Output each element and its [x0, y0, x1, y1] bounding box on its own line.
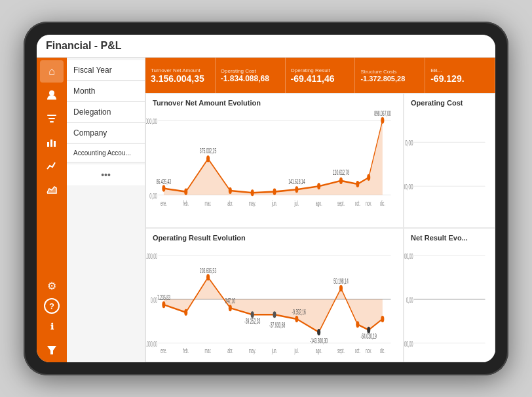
svg-text:mar.: mar. — [205, 347, 212, 354]
opcost-chart-panel: Operating Cost 0,00 -500.000,00 — [404, 93, 495, 228]
chart-bar-icon[interactable] — [40, 131, 64, 153]
app-title: Financial - P&L — [46, 40, 122, 51]
svg-text:ene.: ene. — [161, 347, 167, 354]
svg-text:oct.: oct. — [355, 347, 360, 354]
svg-text:ago.: ago. — [316, 347, 322, 354]
svg-text:141.618,14: 141.618,14 — [288, 178, 305, 185]
home-icon[interactable]: ⌂ — [40, 60, 64, 83]
content-area: Turnover Net Amount 3.156.004,35 Operati… — [145, 58, 495, 362]
kpi-turnover[interactable]: Turnover Net Amount 3.156.004,35 — [145, 58, 216, 93]
kpi-opresult[interactable]: Operating Result -69.411,46 — [286, 58, 356, 93]
svg-text:375.002,25: 375.002,25 — [200, 147, 217, 155]
svg-marker-12 — [164, 121, 383, 195]
kpi-opresult-value: -69.411,46 — [291, 73, 350, 84]
svg-point-13 — [162, 185, 165, 192]
svg-text:0,00: 0,00 — [151, 296, 157, 303]
svg-point-23 — [367, 174, 370, 181]
chart-area-icon[interactable] — [40, 178, 64, 200]
svg-point-63 — [367, 326, 370, 333]
help-icon[interactable]: ? — [44, 298, 60, 314]
svg-point-59 — [295, 315, 298, 322]
svg-text:feb.: feb. — [183, 347, 189, 354]
filter-month[interactable]: Month — [67, 81, 145, 102]
svg-text:-500.000,00: -500.000,00 — [404, 182, 413, 191]
svg-text:120.612,78: 120.612,78 — [333, 170, 350, 177]
svg-point-17 — [251, 189, 254, 196]
svg-point-24 — [381, 117, 384, 124]
opresult-chart-svg: 250.000,00 0,00 -250.000,00 — [153, 244, 396, 354]
chart-line-icon[interactable] — [40, 155, 64, 177]
svg-text:250.000,00: 250.000,00 — [404, 253, 413, 260]
kpi-opcost-label: Operating Cost — [221, 68, 280, 74]
svg-text:feb.: feb. — [183, 200, 189, 208]
title-bar: Financial - P&L — [37, 35, 495, 58]
kpi-turnover-label: Turnover Net Amount — [151, 67, 210, 73]
svg-text:-39.252,33: -39.252,33 — [244, 317, 261, 324]
kpi-opcost[interactable]: Operating Cost -1.834.088,68 — [216, 58, 286, 93]
svg-text:sept.: sept. — [337, 200, 345, 208]
svg-text:dic.: dic. — [380, 200, 385, 208]
netresult-chart-title: Net Result Evo... — [411, 234, 488, 242]
svg-marker-7 — [47, 346, 56, 354]
svg-text:jul.: jul. — [294, 347, 299, 354]
svg-text:0,00: 0,00 — [406, 297, 413, 304]
svg-text:abr.: abr. — [227, 347, 233, 354]
svg-point-15 — [206, 155, 210, 162]
svg-text:abr.: abr. — [227, 200, 233, 208]
screen: Financial - P&L ⌂ — [37, 35, 495, 362]
svg-text:-37.930,68: -37.930,68 — [269, 322, 286, 329]
kpi-eb-value: -69.129. — [430, 73, 489, 84]
svg-point-56 — [229, 305, 232, 311]
kpi-eb[interactable]: EB... -69.129. — [425, 58, 495, 93]
filter-accounting[interactable]: Accounting Accou... — [67, 144, 145, 162]
svg-point-57 — [251, 311, 254, 318]
svg-point-55 — [206, 274, 210, 280]
filter-icon[interactable] — [40, 107, 64, 130]
svg-text:ene.: ene. — [161, 200, 167, 208]
info-icon[interactable]: ℹ — [40, 315, 64, 337]
turnover-chart-container: 1.000.000,00 0,00 — [153, 109, 396, 219]
netresult-chart-container: 250.000,00 0,00 -250.000,00 — [411, 244, 488, 354]
svg-text:250.000,00: 250.000,00 — [145, 252, 157, 259]
svg-point-64 — [381, 315, 384, 322]
person-icon[interactable] — [40, 84, 64, 106]
svg-text:nov.: nov. — [366, 347, 371, 354]
funnel-icon[interactable] — [40, 339, 64, 361]
filter-delegation[interactable]: Delegation — [67, 102, 145, 123]
svg-rect-3 — [50, 121, 54, 123]
svg-point-16 — [229, 187, 232, 194]
svg-rect-2 — [48, 118, 55, 119]
svg-rect-4 — [47, 142, 49, 147]
tablet-frame: Financial - P&L ⌂ — [24, 22, 508, 375]
main-layout: ⌂ ⚙ ? ℹ — [37, 58, 495, 362]
svg-text:dic.: dic. — [380, 347, 385, 354]
opcost-chart-svg: 0,00 -500.000,00 — [411, 109, 488, 219]
svg-text:nov.: nov. — [366, 200, 371, 208]
svg-point-21 — [339, 178, 343, 184]
kpi-structure-value: -1.372.805,28 — [360, 75, 419, 83]
filter-fiscal-year[interactable]: Fiscal Year — [67, 60, 145, 81]
kpi-opcost-value: -1.834.088,68 — [221, 74, 280, 83]
svg-text:may.: may. — [249, 347, 256, 354]
settings-icon[interactable]: ⚙ — [40, 274, 64, 297]
filter-company[interactable]: Company — [67, 123, 145, 143]
svg-rect-6 — [54, 141, 56, 147]
svg-text:86.435,43: 86.435,43 — [157, 178, 172, 185]
svg-text:50.198,14: 50.198,14 — [333, 278, 349, 285]
svg-text:ago.: ago. — [316, 200, 322, 208]
svg-text:0,00: 0,00 — [405, 138, 413, 147]
svg-point-14 — [184, 189, 187, 195]
svg-point-18 — [273, 189, 276, 195]
svg-point-0 — [49, 90, 54, 96]
svg-text:jul.: jul. — [294, 200, 299, 208]
svg-text:7.235,83: 7.235,83 — [157, 294, 170, 301]
svg-text:-250.000,00: -250.000,00 — [404, 341, 413, 348]
kpi-structure[interactable]: Structure Costs -1.372.805,28 — [355, 58, 425, 93]
svg-text:203.606,53: 203.606,53 — [200, 267, 217, 274]
filter-panel: Fiscal Year Month Delegation Company Acc… — [67, 58, 145, 362]
svg-text:-143.300,30: -143.300,30 — [310, 337, 328, 344]
netresult-chart-svg: 250.000,00 0,00 -250.000,00 — [411, 244, 488, 354]
svg-text:1.000.000,00: 1.000.000,00 — [145, 117, 157, 126]
svg-text:oct.: oct. — [355, 200, 360, 208]
filter-more[interactable]: ••• — [67, 164, 145, 185]
